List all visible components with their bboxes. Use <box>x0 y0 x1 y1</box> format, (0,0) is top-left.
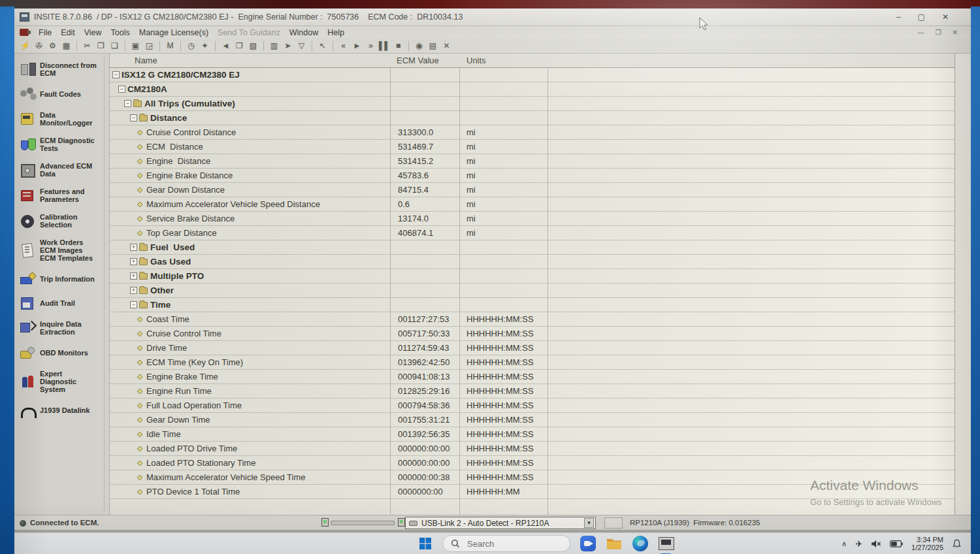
table-row[interactable]: Engine Brake Distance45783.6mi <box>110 169 955 183</box>
send-icon[interactable]: ➤ <box>282 40 294 52</box>
mdi-minimize-button[interactable]: — <box>918 29 924 36</box>
menu-file[interactable]: File <box>34 27 56 38</box>
data-grid-icon[interactable]: ▦ <box>60 40 73 52</box>
table-row[interactable]: −Distance <box>110 111 955 125</box>
taskbar-file-explorer-icon[interactable] <box>606 535 623 552</box>
table-row[interactable]: Full Load Operation Time000794:58:36HHHH… <box>110 399 955 413</box>
table-row[interactable]: Engine Brake Time000941:08:13HHHHHH:MM:S… <box>110 370 955 384</box>
table-row[interactable]: +Other <box>110 284 955 298</box>
sidebar-item-workorders[interactable]: Work OrdersECM ImagesECM Templates <box>20 238 106 262</box>
menu-view[interactable]: View <box>80 27 106 38</box>
key-icon[interactable]: ✦ <box>199 40 211 52</box>
taskbar-chat-icon[interactable] <box>580 535 596 552</box>
table-row[interactable]: Gear Down Distance84715.4mi <box>110 183 955 197</box>
image-icon[interactable]: ▧ <box>247 40 259 52</box>
adapter-dropdown[interactable]: USB-Link 2 - Auto Detect - RP1210A ▼ <box>405 517 596 529</box>
maximize-button[interactable]: ▢ <box>918 12 925 22</box>
column-header-name[interactable]: Name <box>135 56 157 65</box>
table-row[interactable]: +Gas Used <box>110 255 955 269</box>
sidebar-item-fault[interactable]: Fault Codes <box>20 87 106 101</box>
stop-icon[interactable]: ■ <box>392 40 404 52</box>
disconnect-icon[interactable]: ✇ <box>33 40 45 52</box>
notes-icon[interactable]: ▤ <box>427 40 439 52</box>
close-button[interactable]: ✕ <box>942 12 949 22</box>
expand-icon[interactable]: + <box>130 272 137 280</box>
sidebar-item-j1939[interactable]: J1939 Datalink <box>20 403 106 417</box>
connect-icon[interactable]: ⚡ <box>19 40 31 52</box>
airplane-mode-icon[interactable]: ✈ <box>855 539 862 549</box>
table-row[interactable]: Engine Run Time012825:29:16HHHHHH:MM:SS <box>110 384 955 399</box>
expand-icon[interactable]: + <box>130 287 137 294</box>
pause-icon[interactable]: ▌▌ <box>378 40 391 52</box>
sidebar-item-calibration[interactable]: CalibrationSelection <box>20 213 106 229</box>
column-header-units[interactable]: Units <box>466 56 486 65</box>
table-row[interactable]: −CM2180A <box>110 82 955 97</box>
dropdown-arrow-icon[interactable]: ▼ <box>584 518 594 528</box>
table-row[interactable]: +Fuel Used <box>110 240 955 255</box>
expand-icon[interactable]: + <box>130 244 137 251</box>
table-row[interactable]: Cruise Control Distance313300.0mi <box>110 125 955 140</box>
print-preview-icon[interactable]: ◲ <box>143 40 155 52</box>
table-row[interactable]: Drive Time011274:59:43HHHHHH:MM:SS <box>110 341 955 355</box>
sidebar-item-monitor[interactable]: DataMonitor/Logger <box>20 111 106 127</box>
snapshot-icon[interactable]: ◉ <box>413 40 425 52</box>
taskbar-search[interactable] <box>442 535 570 552</box>
menu-tools[interactable]: Tools <box>106 27 135 38</box>
table-row[interactable]: Maximum Accelerator Vehicle Speed Distan… <box>110 197 955 212</box>
volume-muted-icon[interactable] <box>871 540 881 548</box>
rewind-icon[interactable]: « <box>337 40 350 52</box>
copy-icon[interactable]: ❐ <box>95 40 107 52</box>
cut-icon[interactable]: ✂ <box>81 40 93 52</box>
pointer-icon[interactable]: ↖ <box>316 40 329 52</box>
collapse-icon[interactable]: − <box>130 301 137 308</box>
table-row[interactable]: +Multiple PTO <box>110 269 955 284</box>
clock-icon[interactable]: ◷ <box>185 40 197 52</box>
search-binoculars-icon[interactable]: M <box>164 40 176 52</box>
print-icon[interactable]: ▣ <box>129 40 142 52</box>
collapse-icon[interactable]: − <box>124 100 131 107</box>
table-row[interactable]: ECM Distance531469.7mi <box>110 140 955 154</box>
table-row[interactable]: ECM Time (Key On Time)013962:42:50HHHHHH… <box>110 355 955 370</box>
collapse-icon[interactable]: − <box>130 114 137 122</box>
collapse-icon[interactable]: − <box>112 71 120 78</box>
mdi-close-button[interactable]: ✕ <box>953 29 958 36</box>
minimize-button[interactable]: – <box>896 12 901 22</box>
search-input[interactable] <box>466 538 551 549</box>
sidebar-item-expert[interactable]: ExpertDiagnosticSystem <box>20 370 106 393</box>
fault-codes-icon[interactable]: ⚙ <box>46 40 59 52</box>
table-row[interactable]: Cruise Control Time005717:50:33HHHHHH:MM… <box>110 327 955 341</box>
taskbar-insite-icon[interactable] <box>658 535 675 552</box>
sidebar-item-features[interactable]: Features andParameters <box>20 187 106 203</box>
taskbar-clock[interactable]: 3:34 PM 1/27/2025 <box>911 536 943 551</box>
back-icon[interactable]: ◄ <box>220 40 232 52</box>
menu-edit[interactable]: Edit <box>56 27 80 38</box>
filter-icon[interactable]: ▽ <box>295 40 308 52</box>
table-row[interactable]: −All Trips (Cumulative) <box>110 97 955 111</box>
play-icon[interactable]: ► <box>351 40 363 52</box>
notifications-bell-icon[interactable] <box>952 539 962 549</box>
exit-icon[interactable]: ✕ <box>440 40 453 52</box>
table-row[interactable]: Coast Time001127:27:53HHHHHH:MM:SS <box>110 312 955 327</box>
battery-icon[interactable] <box>890 540 903 547</box>
table-row[interactable]: Engine Distance531415.2mi <box>110 154 955 169</box>
menu-window[interactable]: Window <box>285 27 323 38</box>
sidebar-item-tests[interactable]: ECM DiagnosticTests <box>20 137 106 152</box>
start-button[interactable] <box>417 536 433 551</box>
work-order-icon[interactable]: ❒ <box>233 40 246 52</box>
table-row[interactable]: Loaded PTO Stationary Time000000:00:00HH… <box>110 456 955 470</box>
sidebar-item-inquire[interactable]: Inquire DataExtraction <box>20 320 106 336</box>
table-row[interactable]: Top Gear Distance406874.1mi <box>110 226 955 240</box>
menu-help[interactable]: Help <box>323 27 349 38</box>
paste-icon[interactable]: ❏ <box>108 40 121 52</box>
next-icon[interactable]: » <box>365 40 377 52</box>
menu-send-to-guidanz[interactable]: Send To Guidanz <box>213 27 285 38</box>
sidebar-item-disconnect[interactable]: Disconnect fromECM <box>20 61 106 77</box>
table-row[interactable]: Service Brake Distance13174.0mi <box>110 212 955 226</box>
sidebar-item-obd[interactable]: OBD Monitors <box>20 346 106 360</box>
sidebar-item-advanced[interactable]: Advanced ECMData <box>20 162 106 178</box>
expand-icon[interactable]: + <box>130 258 137 265</box>
column-header-ecm-value[interactable]: ECM Value <box>397 56 439 65</box>
sidebar-item-audit[interactable]: Audit Trail <box>20 296 106 310</box>
menu-manage-licenses[interactable]: Manage License(s) <box>135 27 213 38</box>
table-row[interactable]: Idle Time001392:56:35HHHHHH:MM:SS <box>110 427 955 442</box>
